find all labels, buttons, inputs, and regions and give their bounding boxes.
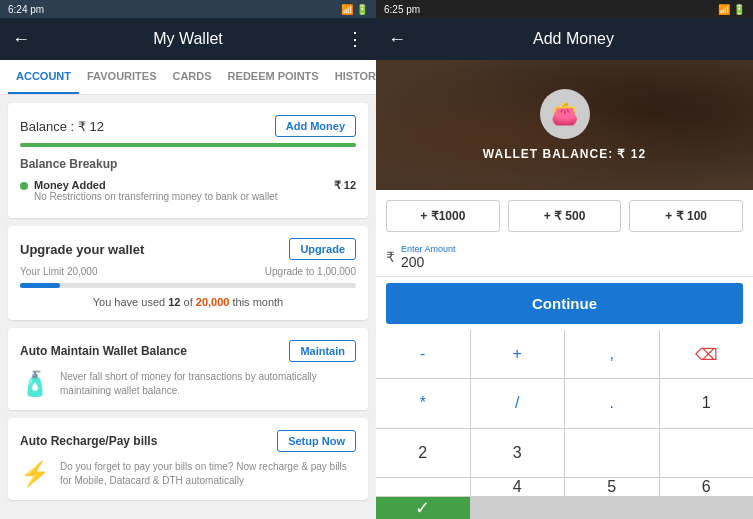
upgrade-button[interactable]: Upgrade [289,238,356,260]
auto-recharge-title: Auto Recharge/Pay bills [20,434,157,448]
maintain-card: Auto Maintain Wallet Balance Maintain 🧴 … [8,328,368,410]
amount-input-wrapper: Enter Amount 200 [401,244,743,270]
numpad-3[interactable]: 3 [471,429,565,477]
usage-used: 12 [168,296,180,308]
right-header-title: Add Money [406,30,741,48]
breakup-label: Money Added [34,179,277,191]
balance-progress-fill [20,143,356,147]
quick-add-row: + ₹1000 + ₹ 500 + ₹ 100 [376,190,753,238]
maintain-header: Auto Maintain Wallet Balance Maintain [20,340,356,362]
maintain-text: Never fall short of money for transactio… [60,370,356,398]
left-header-title: My Wallet [153,30,223,48]
right-panel: 6:25 pm 📶 🔋 ← Add Money 👛 WALLET BALANCE… [376,0,753,519]
numpad-star[interactable]: * [376,379,470,427]
maintain-title: Auto Maintain Wallet Balance [20,344,187,358]
breakup-amount: ₹ 12 [334,179,356,192]
left-status-bar: 6:24 pm 📶 🔋 [0,0,376,18]
auto-recharge-text: Do you forget to pay your bills on time?… [60,460,356,488]
tab-cards[interactable]: CARDS [164,60,219,94]
setup-now-button[interactable]: Setup Now [277,430,356,452]
right-back-icon[interactable]: ← [388,29,406,50]
auto-recharge-card: Auto Recharge/Pay bills Setup Now ⚡ Do y… [8,418,368,500]
left-panel: 6:24 pm 📶 🔋 ← My Wallet ⋮ ACCOUNT FAVOUR… [0,0,376,519]
wallet-icon: 👛 [540,89,590,139]
auto-recharge-body: ⚡ Do you forget to pay your bills on tim… [20,460,356,488]
upgrade-header: Upgrade your wallet Upgrade [20,238,356,260]
limit-progress-fill [20,283,60,288]
quick-add-500[interactable]: + ₹ 500 [508,200,622,232]
maintain-body: 🧴 Never fall short of money for transact… [20,370,356,398]
numpad-empty2 [660,429,754,477]
numpad-2[interactable]: 2 [376,429,470,477]
left-status-icons: 📶 🔋 [341,4,368,15]
upgrade-title: Upgrade your wallet [20,242,144,257]
upgrade-card: Upgrade your wallet Upgrade Your Limit 2… [8,226,368,320]
numpad-plus[interactable]: + [471,330,565,378]
numpad-empty3 [376,478,470,496]
usage-suffix: this month [232,296,283,308]
numpad-check[interactable]: ✓ [376,497,470,519]
tab-favourites[interactable]: FAVOURITES [79,60,164,94]
numpad-5[interactable]: 5 [565,478,659,496]
breakup-sublabel: No Restrictions on transferring money to… [34,191,277,202]
usage-total: 20,000 [196,296,230,308]
right-status-bar: 6:25 pm 📶 🔋 [376,0,753,18]
right-status-icons: 📶 🔋 [718,4,745,15]
maintain-icon: 🧴 [20,370,50,398]
add-money-button[interactable]: Add Money [275,115,356,137]
balance-progress-bar [20,143,356,147]
wallet-balance-label: WALLET BALANCE: ₹ 12 [483,147,646,161]
balance-row: Balance : ₹ 12 Add Money [20,115,356,137]
limit-from: Your Limit 20,000 [20,266,97,277]
lightning-icon: ⚡ [20,460,50,488]
numpad-backspace[interactable]: ⌫ [660,330,754,378]
numpad-1[interactable]: 1 [660,379,754,427]
usage-of: of [184,296,193,308]
maintain-button[interactable]: Maintain [289,340,356,362]
tab-account[interactable]: ACCOUNT [8,60,79,94]
usage-text: You have used 12 of 20,000 this month [20,296,356,308]
quick-add-1000[interactable]: + ₹1000 [386,200,500,232]
auto-recharge-header: Auto Recharge/Pay bills Setup Now [20,430,356,452]
limit-progress-bar [20,283,356,288]
numpad-minus[interactable]: - [376,330,470,378]
scroll-content: Balance : ₹ 12 Add Money Balance Breakup… [0,95,376,519]
limit-row: Your Limit 20,000 Upgrade to 1,00,000 [20,266,356,277]
balance-card: Balance : ₹ 12 Add Money Balance Breakup… [8,103,368,218]
tab-history[interactable]: HISTORY [327,60,376,94]
wallet-center: 👛 WALLET BALANCE: ₹ 12 [483,89,646,161]
menu-icon[interactable]: ⋮ [346,28,364,50]
green-dot-icon [20,182,28,190]
back-icon[interactable]: ← [12,29,30,50]
tab-redeem[interactable]: REDEEM POINTS [220,60,327,94]
balance-breakup-title: Balance Breakup [20,157,356,171]
tabs-bar: ACCOUNT FAVOURITES CARDS REDEEM POINTS H… [0,60,376,95]
numpad-4[interactable]: 4 [471,478,565,496]
amount-input-row: ₹ Enter Amount 200 [376,238,753,277]
numpad-slash[interactable]: / [471,379,565,427]
left-header: ← My Wallet ⋮ [0,18,376,60]
left-time: 6:24 pm [8,4,44,15]
right-time: 6:25 pm [384,4,420,15]
usage-prefix: You have used [93,296,165,308]
numpad-6[interactable]: 6 [660,478,754,496]
balance-text: Balance : ₹ 12 [20,119,104,134]
numpad: - + , ⌫ * / . 1 2 3 4 5 6 ✓ [376,330,753,519]
bg-section: 👛 WALLET BALANCE: ₹ 12 [376,60,753,190]
limit-to: Upgrade to 1,00,000 [265,266,356,277]
rupee-symbol: ₹ [386,249,395,265]
amount-input-label: Enter Amount [401,244,456,254]
quick-add-100[interactable]: + ₹ 100 [629,200,743,232]
continue-button[interactable]: Continue [386,283,743,324]
numpad-dot[interactable]: . [565,379,659,427]
numpad-empty1 [565,429,659,477]
numpad-comma[interactable]: , [565,330,659,378]
right-header: ← Add Money [376,18,753,60]
breakup-row: Money Added No Restrictions on transferr… [20,179,356,202]
